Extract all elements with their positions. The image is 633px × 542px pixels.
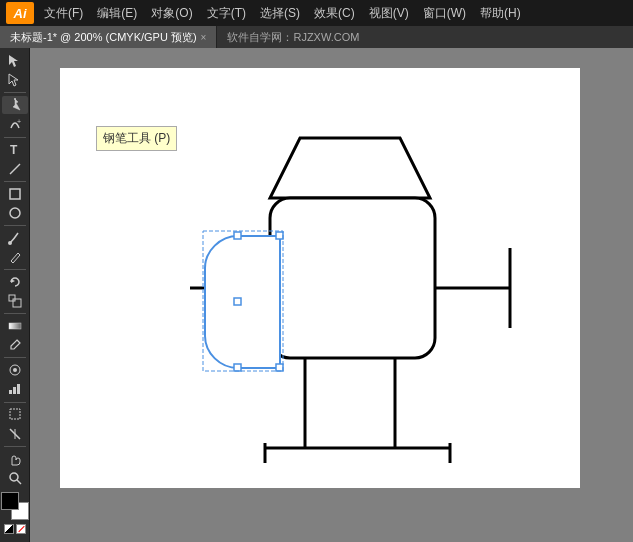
slice-tool[interactable] <box>2 425 28 443</box>
brush-tool[interactable] <box>2 229 28 247</box>
menu-help[interactable]: 帮助(H) <box>474 3 527 24</box>
rotate-tool[interactable] <box>2 273 28 291</box>
toolbar: + T <box>0 48 30 542</box>
svg-rect-24 <box>270 198 435 358</box>
pencil-tool[interactable] <box>2 248 28 266</box>
tab-document-label: 未标题-1* @ 200% (CMYK/GPU 预览) <box>10 30 197 45</box>
canvas-area[interactable]: 钢笔工具 (P) <box>30 48 633 542</box>
menu-file[interactable]: 文件(F) <box>38 3 89 24</box>
menu-bar: 文件(F) 编辑(E) 对象(O) 文字(T) 选择(S) 效果(C) 视图(V… <box>38 3 627 24</box>
graph-tool[interactable] <box>2 380 28 398</box>
tab-url: 软件自学网：RJZXW.COM <box>217 30 633 45</box>
svg-rect-16 <box>13 387 16 394</box>
hand-tool[interactable] <box>2 450 28 468</box>
toolbar-sep-6 <box>4 313 26 314</box>
svg-line-22 <box>17 480 21 484</box>
svg-rect-29 <box>234 364 241 371</box>
type-tool[interactable]: T <box>2 140 28 158</box>
ai-logo: Ai <box>6 2 34 24</box>
artboard-tool[interactable] <box>2 405 28 423</box>
symbol-tool[interactable] <box>2 361 28 379</box>
tab-document[interactable]: 未标题-1* @ 200% (CMYK/GPU 预览) × <box>0 26 217 48</box>
svg-rect-12 <box>9 323 21 329</box>
toolbar-sep-1 <box>4 92 26 93</box>
drawing-area <box>90 88 610 508</box>
eyedropper-tool[interactable] <box>2 336 28 354</box>
add-anchor-tool[interactable]: + <box>2 115 28 133</box>
svg-point-8 <box>8 241 12 245</box>
menu-text[interactable]: 文字(T) <box>201 3 252 24</box>
toolbar-sep-2 <box>4 137 26 138</box>
ellipse-tool[interactable] <box>2 204 28 222</box>
svg-marker-1 <box>9 74 18 86</box>
svg-marker-0 <box>9 55 18 67</box>
menu-edit[interactable]: 编辑(E) <box>91 3 143 24</box>
toolbar-sep-7 <box>4 357 26 358</box>
color-area <box>0 488 30 538</box>
svg-rect-32 <box>234 298 241 305</box>
toolbar-sep-5 <box>4 269 26 270</box>
swap-colors-btn[interactable] <box>4 524 14 534</box>
svg-rect-30 <box>276 232 283 239</box>
svg-point-7 <box>10 208 20 218</box>
svg-point-14 <box>13 368 17 372</box>
svg-point-2 <box>14 98 16 100</box>
menu-view[interactable]: 视图(V) <box>363 3 415 24</box>
svg-text:+: + <box>17 118 21 125</box>
pen-tool[interactable] <box>2 96 28 114</box>
svg-rect-31 <box>276 364 283 371</box>
toolbar-sep-8 <box>4 402 26 403</box>
scale-tool[interactable] <box>2 292 28 310</box>
svg-rect-6 <box>10 189 20 199</box>
toolbar-sep-9 <box>4 446 26 447</box>
direct-selection-tool[interactable] <box>2 71 28 89</box>
rect-tool[interactable] <box>2 185 28 203</box>
gradient-tool[interactable] <box>2 317 28 335</box>
main-area: + T <box>0 48 633 542</box>
zoom-tool[interactable] <box>2 469 28 487</box>
svg-line-5 <box>10 164 20 174</box>
svg-rect-28 <box>234 232 241 239</box>
svg-rect-18 <box>10 409 20 419</box>
selection-tool[interactable] <box>2 52 28 70</box>
toolbar-sep-4 <box>4 225 26 226</box>
menu-window[interactable]: 窗口(W) <box>417 3 472 24</box>
svg-rect-17 <box>17 384 20 394</box>
tab-close-button[interactable]: × <box>201 32 207 43</box>
line-tool[interactable] <box>2 160 28 178</box>
svg-rect-10 <box>9 295 15 301</box>
svg-rect-15 <box>9 390 12 394</box>
svg-point-21 <box>10 473 18 481</box>
menu-effect[interactable]: 效果(C) <box>308 3 361 24</box>
canvas: 钢笔工具 (P) <box>60 68 580 488</box>
menu-object[interactable]: 对象(O) <box>145 3 198 24</box>
toolbar-sep-3 <box>4 181 26 182</box>
menu-select[interactable]: 选择(S) <box>254 3 306 24</box>
svg-rect-11 <box>13 299 21 307</box>
tab-bar: 未标题-1* @ 200% (CMYK/GPU 预览) × 软件自学网：RJZX… <box>0 26 633 48</box>
none-color-btn[interactable] <box>16 524 26 534</box>
svg-marker-9 <box>11 279 15 283</box>
title-bar: Ai 文件(F) 编辑(E) 对象(O) 文字(T) 选择(S) 效果(C) 视… <box>0 0 633 26</box>
svg-text:T: T <box>10 143 18 156</box>
fg-color-swatch[interactable] <box>1 492 19 510</box>
